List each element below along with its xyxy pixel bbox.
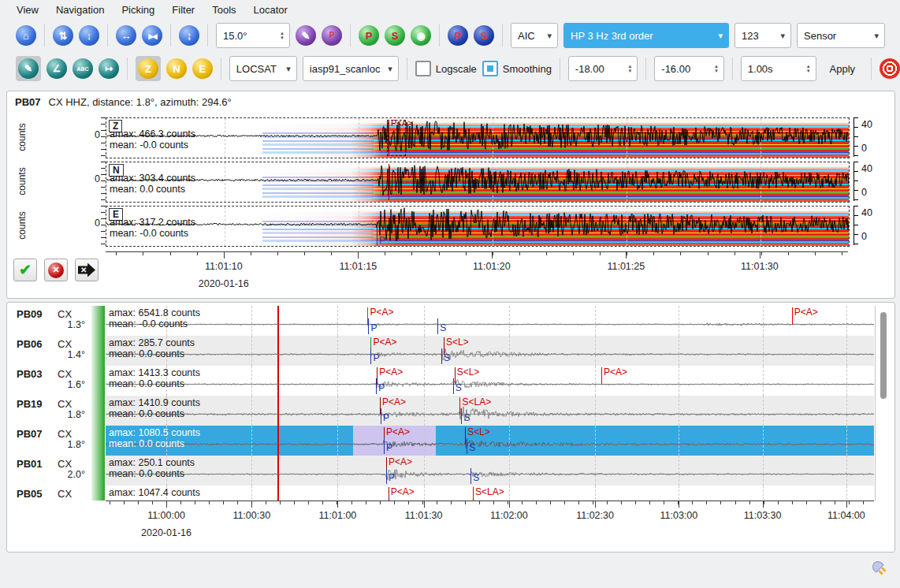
pick-marker-blue[interactable] (453, 378, 454, 394)
pick-marker-blue[interactable] (381, 408, 381, 424)
menu-navigation[interactable]: Navigation (47, 2, 113, 18)
time-zoom-button[interactable]: ↔ (116, 25, 136, 46)
picker-algorithm-select[interactable]: AIC ▾ (511, 23, 558, 48)
trace-zone[interactable]: amax: 1413.3 countsmean: 0.0 countsP<A>S… (106, 366, 874, 396)
trace-panel-e[interactable]: P E amax: 317.2 counts mean: -0.0 counts (106, 206, 850, 247)
default-view-button[interactable]: ↨ (179, 25, 199, 46)
minor-tick (706, 501, 707, 504)
pick-line-p-auto[interactable] (389, 164, 389, 201)
waveform-measure-button[interactable]: ✎ (18, 58, 39, 79)
spin-arrows-icon[interactable]: ▲▼ (709, 64, 723, 73)
pick-marker-blue[interactable] (461, 408, 462, 424)
pick-marker-blue[interactable] (470, 468, 471, 484)
minor-tick (322, 501, 323, 504)
home-button[interactable]: ⌂ (16, 25, 36, 46)
trace-panel-n[interactable]: N amax: 303.4 counts mean: 0.0 counts (106, 162, 850, 203)
logscale-checkbox[interactable]: Logscale (415, 61, 477, 76)
pick-p-button[interactable]: P (448, 25, 468, 46)
relocate-target-button[interactable] (880, 58, 900, 79)
pick-marker-blue[interactable] (386, 468, 387, 484)
pick-s-button[interactable]: S (474, 25, 494, 46)
spin-arrows-icon[interactable]: ▲▼ (801, 64, 816, 73)
trace-row[interactable]: PB09CX1.3°amax: 6541.8 countsmean: -0.0 … (10, 306, 877, 336)
step-spinbox[interactable]: 1.00s ▲▼ (741, 56, 816, 81)
accept-picks-button[interactable]: ✔ (13, 259, 37, 281)
menu-picking[interactable]: Picking (113, 2, 163, 18)
minor-tick (251, 252, 251, 255)
pick-marker-blue[interactable] (467, 438, 467, 454)
pick-marker-blue[interactable] (368, 318, 369, 334)
component-z-button[interactable]: Z (138, 58, 158, 79)
predicted-arrivals-button[interactable]: ◉ (411, 25, 431, 46)
minor-tick (479, 501, 480, 504)
menu-tools[interactable]: Tools (203, 2, 244, 18)
pick-marker-red[interactable] (473, 487, 474, 501)
y-axis-label: counts (17, 162, 28, 201)
trace-zone[interactable]: amax: 285.7 countsmean: 0.0 countsP<A>S<… (106, 336, 874, 366)
measure-tool-button[interactable]: ✎ (296, 25, 316, 46)
theoretical-s-button[interactable]: S (385, 25, 405, 46)
minor-tick (380, 501, 381, 504)
trace-row[interactable]: PB05CXamax: 1047.4 countsP<A>S<LA> (10, 486, 877, 501)
trace-zone[interactable]: amax: 1080.5 countsmean: 0.0 countsP<A>S… (106, 426, 874, 456)
pick-label: P<A> (391, 118, 413, 128)
minor-tick (664, 501, 664, 504)
amplitude-fit-button[interactable]: ↕ (79, 25, 99, 46)
filter-select[interactable]: HP 3 Hz 3rd order ▾ (563, 23, 729, 48)
trace-row[interactable]: PB07CX1.8°amax: 1080.5 countsmean: 0.0 c… (10, 426, 877, 456)
window-end-spinbox[interactable]: -16.00 ▲▼ (654, 56, 724, 81)
trace-row[interactable]: PB06CX1.4°amax: 285.7 countsmean: 0.0 co… (10, 336, 877, 366)
labels-tool-button[interactable]: ABC (73, 58, 93, 79)
limits-tool-button[interactable]: ↦ (99, 58, 119, 79)
menu-locator[interactable]: Locator (245, 2, 296, 18)
reject-picks-button[interactable]: ✕ (44, 259, 68, 281)
trace-zone[interactable]: amax: 1410.9 countsmean: 0.0 countsP<A>S… (106, 396, 874, 426)
profile-select[interactable]: iasp91_scanloc ▾ (303, 56, 399, 81)
pick-label: P<A> (379, 367, 403, 378)
pick-marker-red[interactable] (792, 307, 793, 325)
spin-arrows-icon[interactable]: ▲▼ (623, 64, 637, 73)
pick-marker-red[interactable] (459, 397, 460, 415)
pick-marker-blue[interactable] (370, 348, 371, 364)
checkbox-unchecked-icon[interactable] (415, 61, 431, 76)
pick-marker-red[interactable] (601, 367, 602, 385)
separator (170, 24, 171, 47)
checkbox-checked-icon[interactable] (482, 61, 498, 76)
pick-marker-darkred[interactable] (389, 487, 389, 501)
trace-panel-z[interactable]: P<A> Z amax: 466.3 counts mean: -0.0 cou… (106, 117, 850, 158)
window-start-spinbox[interactable]: -18.00 ▲▼ (568, 56, 638, 81)
angle-tool-button[interactable]: ∠ (46, 58, 67, 79)
vertical-scrollbar[interactable] (880, 312, 887, 399)
component-n-button[interactable]: N (166, 58, 187, 79)
menu-view[interactable]: View (8, 2, 47, 18)
menu-filter[interactable]: Filter (163, 2, 203, 18)
trace-zone[interactable]: amax: 6541.8 countsmean: -0.0 countsP<A>… (106, 306, 874, 336)
pick-line-p-manual[interactable] (377, 221, 377, 246)
theoretical-p-button[interactable]: P (359, 25, 379, 46)
zoom-spinbox[interactable]: 15.0° ▲▼ (216, 23, 290, 48)
pick-marker-darkred[interactable] (465, 427, 466, 445)
components-select[interactable]: 123 ▾ (735, 23, 791, 48)
pick-line-p-auto[interactable] (389, 120, 389, 157)
unit-select[interactable]: Sensor ▾ (797, 23, 885, 48)
pick-marker-blue[interactable] (384, 438, 385, 454)
trace-zone[interactable]: amax: 250.1 countsmean: 0.0 countsP<A>PS (106, 456, 874, 486)
spin-arrows-icon[interactable]: ▲▼ (275, 31, 289, 40)
pick-marker-darkred[interactable] (377, 367, 377, 385)
pick-marker-blue[interactable] (437, 318, 438, 334)
discard-send-button[interactable]: ✕ (75, 259, 99, 281)
pick-marker-blue[interactable] (441, 348, 442, 364)
trace-zone[interactable]: amax: 1047.4 countsP<A>S<LA> (106, 486, 874, 501)
smoothing-checkbox[interactable]: Smoothing (482, 61, 552, 76)
apply-button[interactable]: Apply (822, 59, 864, 79)
polarity-tool-button[interactable]: P (322, 25, 342, 46)
time-fit-button[interactable]: ▸◂ (142, 25, 162, 46)
pick-marker-blue[interactable] (376, 378, 377, 394)
locator-select[interactable]: LOCSAT ▾ (229, 56, 297, 81)
distance-label: 1.4° (34, 349, 85, 360)
trace-row[interactable]: PB19CX1.8°amax: 1410.9 countsmean: 0.0 c… (10, 396, 877, 426)
amplitude-zoom-button[interactable]: ⇅ (53, 25, 73, 46)
trace-row[interactable]: PB01CX2.0°amax: 250.1 countsmean: 0.0 co… (10, 456, 877, 486)
trace-row[interactable]: PB03CX1.6°amax: 1413.3 countsmean: 0.0 c… (10, 366, 877, 396)
component-e-button[interactable]: E (192, 58, 213, 79)
